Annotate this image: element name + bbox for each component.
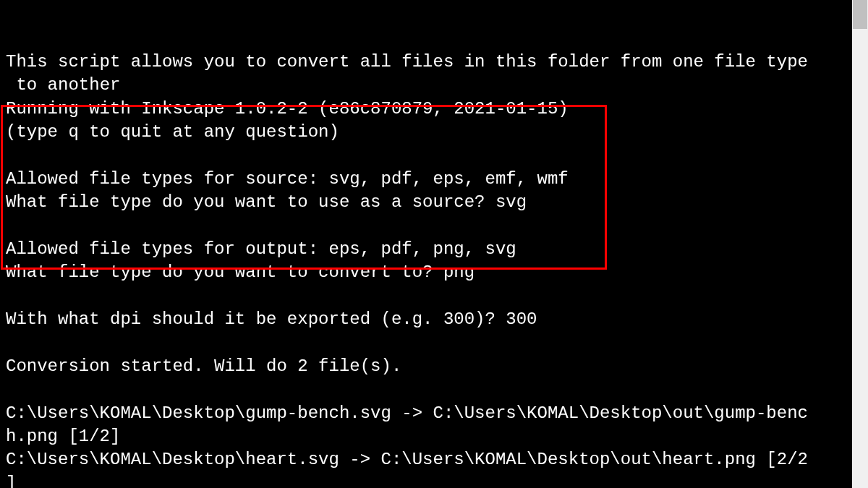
scrollbar-track[interactable] [852,0,868,488]
terminal-line: (type q to quit at any question) [6,121,846,144]
terminal-line: What file type do you want to use as a s… [6,191,846,214]
terminal-line [6,378,846,401]
terminal-line: Allowed file types for output: eps, pdf,… [6,238,846,261]
terminal-line: h.png [1/2] [6,425,846,448]
terminal-window[interactable]: This script allows you to convert all fi… [0,0,852,488]
terminal-line [6,331,846,354]
scrollbar-thumb[interactable] [853,0,867,29]
terminal-line: This script allows you to convert all fi… [6,51,846,74]
terminal-line: Running with Inkscape 1.0.2-2 (e86c87087… [6,98,846,121]
terminal-line [6,285,846,308]
terminal-line: C:\Users\KOMAL\Desktop\gump-bench.svg ->… [6,402,846,425]
terminal-line: Conversion started. Will do 2 file(s). [6,355,846,378]
terminal-line [6,215,846,238]
terminal-line: to another [6,74,846,97]
terminal-line: C:\Users\KOMAL\Desktop\heart.svg -> C:\U… [6,448,846,471]
terminal-line: With what dpi should it be exported (e.g… [6,308,846,331]
terminal-line: What file type do you want to convert to… [6,261,846,284]
terminal-line [6,144,846,167]
terminal-line: Allowed file types for source: svg, pdf,… [6,168,846,191]
terminal-line: ] [6,472,846,488]
